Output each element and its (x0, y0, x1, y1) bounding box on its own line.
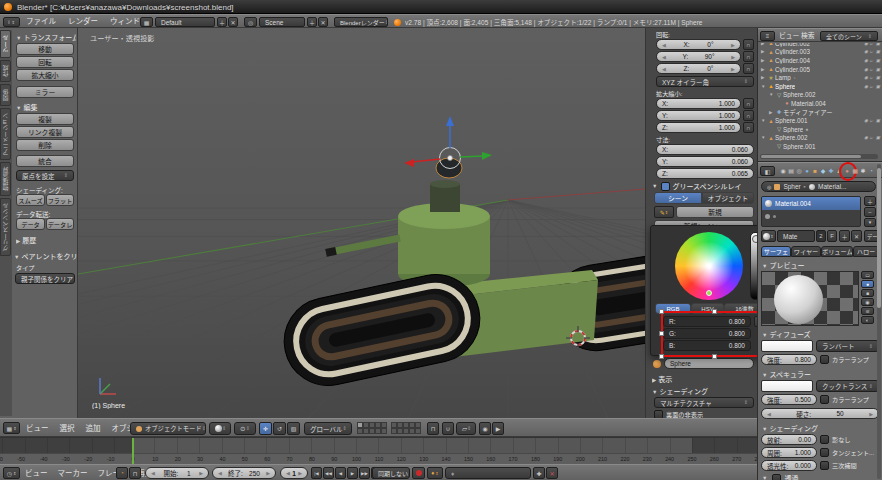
add-slot-button[interactable]: ＋ (864, 196, 876, 206)
snap-magnet-icon[interactable]: ∪ (442, 422, 454, 435)
lock-scale-x-icon[interactable]: ∩ (743, 98, 754, 109)
viewport-shading-mode-dropdown[interactable]: マルチテクスチャ⇕ (654, 397, 754, 408)
join-button[interactable]: 統合 (16, 155, 74, 167)
viewport-3d[interactable]: ユーザー・透視投影 (1) Sphere 回転: ◀X:0°▶ ∩ ◀Y:90°… (78, 28, 757, 418)
blue-slider[interactable]: B:0.800 (663, 340, 751, 351)
render-opengl-anim-icon[interactable]: ▶ (492, 422, 504, 435)
tank-gun-barrel[interactable] (326, 238, 400, 253)
dimension-x-field[interactable]: X:0.060 (656, 144, 754, 155)
slot-specials-button[interactable]: ▼ (864, 218, 876, 227)
move-button[interactable]: 移動 (16, 43, 74, 55)
close-layout-button[interactable]: ✕ (228, 17, 238, 27)
hardness-slider[interactable]: ◀硬さ:50▶ (761, 408, 879, 419)
delete-button[interactable]: 削除 (16, 139, 74, 151)
object-name-field[interactable]: Sphere (664, 358, 754, 369)
timeline-menu-marker[interactable]: マーカー (58, 467, 88, 480)
preview-flat-button[interactable]: ▭ (861, 271, 874, 279)
layer-toggle[interactable] (381, 428, 387, 434)
pivot-point-dropdown[interactable]: ⊙⇕ (234, 422, 256, 435)
outliner-row[interactable]: ▶ ▲ Cylinder.003 ◉▻▣ (758, 48, 882, 57)
gp-draw-icon[interactable]: ✎⇕ (654, 206, 674, 218)
outliner-filter-dropdown[interactable]: 全てのシーン⇕ (820, 31, 878, 41)
editor-type-outliner-icon[interactable]: ≡ (760, 31, 775, 41)
scale-y-field[interactable]: Y:1.000 (656, 110, 741, 121)
outliner-row[interactable]: ▶ ✚ モディファイアー ◉▻▣ (758, 108, 882, 117)
tool-shelf-tab[interactable]: 作成 (0, 60, 11, 82)
data-transfer-button[interactable]: データ (16, 218, 45, 230)
outliner-row[interactable]: ▽ Sphere.001 ◉▻▣ (758, 142, 882, 151)
close-scene-button[interactable]: ✕ (318, 17, 328, 27)
remove-slot-button[interactable]: − (864, 207, 876, 217)
unlink-material-button[interactable]: ✕ (851, 230, 862, 242)
set-origin-dropdown[interactable]: 原点を設定⇕ (16, 170, 74, 181)
add-scene-button[interactable]: ＋ (307, 17, 317, 27)
green-slider[interactable]: G:0.800 (663, 328, 751, 339)
tool-shelf-tab[interactable]: 関係 (0, 84, 11, 106)
lock-time-icon[interactable]: ⊓ (129, 467, 141, 479)
data-layout-transfer-button[interactable]: データレ (46, 218, 74, 230)
lock-scale-z-icon[interactable]: ∩ (743, 122, 754, 133)
diffuse-color-swatch[interactable] (761, 340, 813, 352)
layer-grid[interactable] (357, 422, 421, 434)
specular-color-swatch[interactable] (761, 380, 813, 392)
layer-toggle[interactable] (415, 428, 421, 434)
translate-manipulator-icon[interactable]: ✛ (259, 422, 272, 435)
menu-render[interactable]: レンダー (68, 15, 98, 28)
shadeless-checkbox[interactable] (820, 435, 829, 444)
preview-sky-button[interactable]: ◐ (861, 316, 874, 324)
shade-smooth-button[interactable]: スムーズ (16, 194, 45, 206)
current-frame-field[interactable]: ◀1▶ (280, 467, 308, 479)
outliner-row[interactable]: ▼ ▲ Sphere ◉▻▣ (758, 82, 882, 91)
outliner-menu-search[interactable]: 検索 (801, 29, 815, 42)
material-users-button[interactable]: 2 (816, 230, 826, 242)
scene-icon[interactable]: ◎ (244, 17, 257, 27)
grease-pencil-checkbox[interactable] (661, 182, 670, 191)
browse-material-icon[interactable]: ⇕ (761, 230, 776, 242)
ambient-slider[interactable]: 周囲:1.000 (761, 447, 817, 458)
diffuse-shader-dropdown[interactable]: ランバート⇕ (816, 340, 879, 352)
scrollbar-thumb[interactable] (761, 155, 861, 158)
viewport-menu-select[interactable]: 選択 (60, 422, 75, 435)
timeline-ruler[interactable]: -60-50-40-30-20-100102030405060708090100… (0, 453, 757, 464)
tab-halo[interactable]: ハロー (853, 246, 879, 257)
outliner-menu-view[interactable]: ビュー (779, 29, 799, 42)
physics-tab-icon[interactable]: ◔ (867, 166, 875, 175)
lock-rotation-y-icon[interactable]: ∩ (743, 51, 754, 62)
editor-type-3dview-icon[interactable]: ▦⇕ (3, 422, 20, 434)
gp-scene-tab[interactable]: シーン (654, 192, 702, 204)
dimension-z-field[interactable]: Z:0.065 (656, 168, 754, 179)
specular-ramp-checkbox[interactable] (820, 395, 829, 404)
duplicate-button[interactable]: 複製 (16, 113, 74, 125)
editor-type-properties-icon[interactable]: ◧ (760, 166, 775, 176)
properties-vscrollbar[interactable] (877, 164, 881, 479)
outliner-row[interactable]: ▶ ☀ Lamp ◔ ◉▻▣ (758, 73, 882, 82)
jump-to-start-button[interactable]: |◀ (311, 467, 322, 479)
preview-range-icon[interactable]: ◔ (116, 467, 128, 479)
editor-type-timeline-icon[interactable]: ◷⇕ (3, 467, 20, 479)
x-axis-handle[interactable] (412, 159, 440, 162)
material-slot-row-empty[interactable] (762, 210, 860, 223)
backface-culling-checkbox[interactable] (654, 410, 663, 418)
particles-tab-icon[interactable]: ✱ (859, 166, 867, 175)
tab-rgb[interactable]: RGB (655, 303, 691, 314)
lock-rotation-x-icon[interactable]: ∩ (743, 39, 754, 50)
y-axis-arrow-icon[interactable] (482, 152, 492, 160)
scene-field[interactable]: Scene (259, 17, 305, 27)
gp-new-button[interactable]: 新規 (676, 206, 754, 218)
tool-shelf-tab[interactable]: アニメーション (0, 108, 11, 160)
insert-keyframe-icon[interactable]: ✚ (533, 467, 545, 479)
rotation-z-field[interactable]: ◀Z:0°▶ (656, 63, 741, 74)
diffuse-intensity-slider[interactable]: 強度:0.800 (761, 354, 817, 365)
diffuse-ramp-checkbox[interactable] (820, 355, 829, 364)
jump-to-next-keyframe-button[interactable]: ▶▶ (359, 467, 370, 479)
frame-start-field[interactable]: ◀開始:1▶ (145, 467, 209, 479)
outliner-row[interactable]: ▶ ▲ Cylinder.005 ◉▻▣ (758, 65, 882, 74)
tab-wire[interactable]: ワイヤー (791, 246, 821, 257)
render-tab-icon[interactable]: ◉ (779, 166, 787, 175)
screen-layout-field[interactable]: Default (155, 17, 215, 27)
rotation-y-field[interactable]: ◀Y:90°▶ (656, 51, 741, 62)
shade-flat-button[interactable]: フラット (46, 194, 74, 206)
record-button[interactable] (412, 467, 425, 479)
preview-monkey-button[interactable]: ◉ (861, 298, 874, 306)
material-name-field[interactable]: Mate (777, 230, 815, 242)
